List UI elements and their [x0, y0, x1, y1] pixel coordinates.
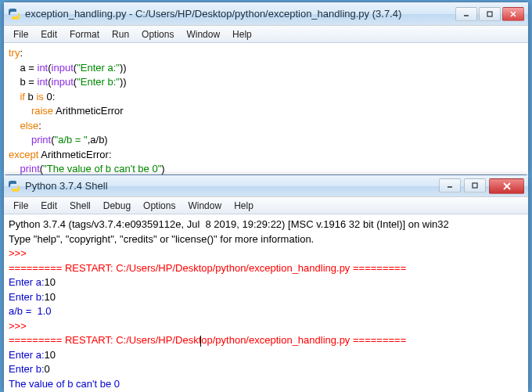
shell-menubar: File Edit Shell Debug Options Window Hel… — [4, 197, 528, 214]
svg-rect-5 — [473, 183, 477, 188]
minimize-button[interactable] — [455, 7, 477, 21]
menu-run[interactable]: Run — [106, 27, 135, 41]
prompt: >>> — [9, 247, 29, 259]
input-value: 10 — [45, 349, 56, 361]
menu-edit[interactable]: Edit — [34, 199, 63, 213]
shell-titlebar[interactable]: Python 3.7.4 Shell — [4, 175, 528, 197]
menu-shell[interactable]: Shell — [63, 199, 97, 213]
menu-edit[interactable]: Edit — [34, 27, 63, 41]
maximize-button[interactable] — [479, 7, 501, 21]
window-controls — [439, 178, 524, 194]
shell-title: Python 3.7.4 Shell — [25, 180, 439, 192]
output-result: a/b = 1.0 — [9, 305, 52, 317]
menu-file[interactable]: File — [7, 199, 34, 213]
prompt: >>> — [9, 320, 29, 332]
menu-options[interactable]: Options — [135, 27, 180, 41]
maximize-button[interactable] — [464, 178, 486, 192]
input-prompt-a: Enter a: — [9, 276, 45, 288]
input-prompt-b: Enter b: — [9, 363, 45, 375]
input-prompt-a: Enter a: — [9, 349, 45, 361]
close-button[interactable] — [502, 7, 524, 21]
input-prompt-b: Enter b: — [9, 291, 45, 303]
menu-window[interactable]: Window — [182, 199, 228, 213]
minimize-button[interactable] — [439, 178, 461, 192]
menu-help[interactable]: Help — [226, 27, 258, 41]
menu-help[interactable]: Help — [228, 199, 260, 213]
editor-window: exception_handling.py - C:/Users/HP/Desk… — [3, 2, 529, 172]
editor-titlebar[interactable]: exception_handling.py - C:/Users/HP/Desk… — [4, 2, 528, 26]
shell-help-line: Type "help", "copyright", "credits" or "… — [9, 233, 314, 245]
restart-line: ========= RESTART: C:/Users/HP/Desktop/p… — [9, 262, 406, 274]
menu-format[interactable]: Format — [63, 27, 106, 41]
input-value: 10 — [45, 276, 56, 288]
shell-window: Python 3.7.4 Shell File Edit Shell Debug… — [3, 174, 529, 390]
input-value: 10 — [45, 291, 56, 303]
menu-file[interactable]: File — [7, 27, 34, 41]
window-controls — [455, 7, 524, 21]
menu-debug[interactable]: Debug — [97, 199, 137, 213]
close-button[interactable] — [489, 178, 524, 194]
input-value: 0 — [45, 363, 50, 375]
editor-code[interactable]: try: a = int(input("Enter a:")) b = int(… — [4, 43, 528, 180]
shell-output[interactable]: Python 3.7.4 (tags/v3.7.4:e09359112e, Ju… — [4, 214, 528, 392]
menu-options[interactable]: Options — [137, 199, 182, 213]
shell-banner: Python 3.7.4 (tags/v3.7.4:e09359112e, Ju… — [9, 218, 449, 230]
output-result: The value of b can't be 0 — [9, 378, 120, 390]
editor-title: exception_handling.py - C:/Users/HP/Desk… — [25, 8, 455, 20]
python-icon — [8, 180, 20, 192]
editor-menubar: File Edit Format Run Options Window Help — [4, 26, 528, 43]
restart-line: ========= RESTART: C:/Users/HP/Deskt — [9, 334, 201, 346]
python-icon — [8, 8, 20, 20]
menu-window[interactable]: Window — [180, 27, 226, 41]
svg-rect-1 — [487, 12, 492, 16]
